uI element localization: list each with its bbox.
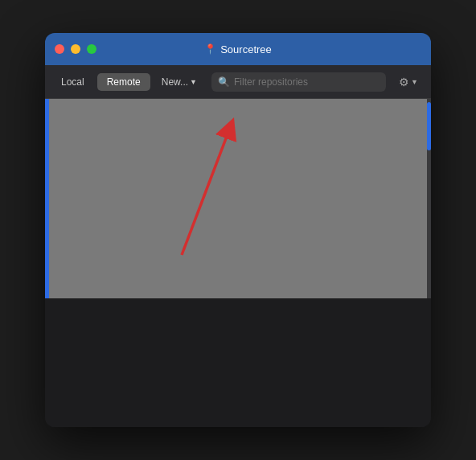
maximize-button[interactable]: [87, 44, 96, 54]
svg-line-0: [182, 128, 230, 255]
minimize-button[interactable]: [71, 44, 80, 54]
new-button[interactable]: New... ▼: [154, 73, 205, 91]
main-window: 📍 Sourcetree Local Remote New... ▼ 🔍 ⚙ ▼: [45, 33, 431, 427]
toolbar: Local Remote New... ▼ 🔍 ⚙ ▼: [45, 65, 431, 99]
gear-icon: ⚙: [399, 76, 409, 88]
filter-input[interactable]: [211, 72, 386, 92]
settings-button[interactable]: ⚙ ▼: [392, 72, 425, 92]
close-button[interactable]: [55, 44, 64, 54]
content-area: [45, 99, 431, 298]
traffic-lights: [55, 44, 96, 54]
lower-area: [45, 298, 431, 427]
sourcetree-icon: 📍: [204, 43, 216, 55]
title-bar: 📍 Sourcetree: [45, 33, 431, 65]
window-title-text: Sourcetree: [220, 43, 272, 55]
scrollbar-thumb: [427, 102, 431, 150]
annotation-arrow: [49, 99, 427, 298]
settings-chevron-icon: ▼: [411, 78, 418, 86]
new-button-label: New...: [162, 76, 188, 88]
window-title: 📍 Sourcetree: [204, 43, 272, 55]
filter-container: 🔍: [211, 72, 386, 92]
remote-tab[interactable]: Remote: [97, 73, 150, 91]
scrollbar[interactable]: [427, 99, 431, 298]
repository-list: [49, 99, 427, 298]
local-tab[interactable]: Local: [51, 73, 94, 91]
chevron-down-icon: ▼: [190, 78, 197, 86]
